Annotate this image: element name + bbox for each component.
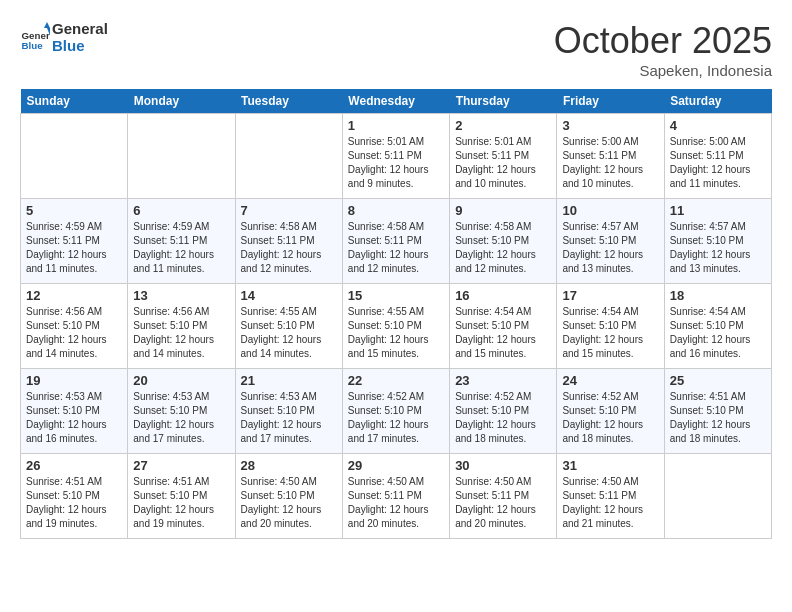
svg-text:General: General: [22, 30, 51, 41]
calendar-cell: 27Sunrise: 4:51 AM Sunset: 5:10 PM Dayli…: [128, 454, 235, 539]
day-info: Sunrise: 5:00 AM Sunset: 5:11 PM Dayligh…: [670, 135, 766, 191]
calendar-cell: [21, 114, 128, 199]
calendar-cell: 30Sunrise: 4:50 AM Sunset: 5:11 PM Dayli…: [450, 454, 557, 539]
day-info: Sunrise: 4:50 AM Sunset: 5:11 PM Dayligh…: [562, 475, 658, 531]
calendar-cell: 24Sunrise: 4:52 AM Sunset: 5:10 PM Dayli…: [557, 369, 664, 454]
location: Sapeken, Indonesia: [554, 62, 772, 79]
calendar-cell: 2Sunrise: 5:01 AM Sunset: 5:11 PM Daylig…: [450, 114, 557, 199]
page-header: General Blue General Blue October 2025 S…: [20, 20, 772, 79]
day-info: Sunrise: 4:54 AM Sunset: 5:10 PM Dayligh…: [670, 305, 766, 361]
calendar-cell: 18Sunrise: 4:54 AM Sunset: 5:10 PM Dayli…: [664, 284, 771, 369]
day-info: Sunrise: 4:59 AM Sunset: 5:11 PM Dayligh…: [133, 220, 229, 276]
day-info: Sunrise: 4:51 AM Sunset: 5:10 PM Dayligh…: [133, 475, 229, 531]
col-header-monday: Monday: [128, 89, 235, 114]
day-info: Sunrise: 4:55 AM Sunset: 5:10 PM Dayligh…: [241, 305, 337, 361]
day-number: 25: [670, 373, 766, 388]
calendar-cell: 12Sunrise: 4:56 AM Sunset: 5:10 PM Dayli…: [21, 284, 128, 369]
title-block: October 2025 Sapeken, Indonesia: [554, 20, 772, 79]
day-info: Sunrise: 4:51 AM Sunset: 5:10 PM Dayligh…: [670, 390, 766, 446]
day-info: Sunrise: 4:58 AM Sunset: 5:11 PM Dayligh…: [241, 220, 337, 276]
calendar-cell: 15Sunrise: 4:55 AM Sunset: 5:10 PM Dayli…: [342, 284, 449, 369]
day-number: 3: [562, 118, 658, 133]
day-info: Sunrise: 4:56 AM Sunset: 5:10 PM Dayligh…: [133, 305, 229, 361]
col-header-friday: Friday: [557, 89, 664, 114]
calendar-cell: 13Sunrise: 4:56 AM Sunset: 5:10 PM Dayli…: [128, 284, 235, 369]
day-number: 30: [455, 458, 551, 473]
calendar-table: SundayMondayTuesdayWednesdayThursdayFrid…: [20, 89, 772, 539]
col-header-thursday: Thursday: [450, 89, 557, 114]
day-info: Sunrise: 4:57 AM Sunset: 5:10 PM Dayligh…: [670, 220, 766, 276]
day-number: 20: [133, 373, 229, 388]
week-row-2: 5Sunrise: 4:59 AM Sunset: 5:11 PM Daylig…: [21, 199, 772, 284]
calendar-cell: [664, 454, 771, 539]
calendar-cell: 7Sunrise: 4:58 AM Sunset: 5:11 PM Daylig…: [235, 199, 342, 284]
day-info: Sunrise: 4:52 AM Sunset: 5:10 PM Dayligh…: [562, 390, 658, 446]
day-info: Sunrise: 4:53 AM Sunset: 5:10 PM Dayligh…: [26, 390, 122, 446]
day-number: 28: [241, 458, 337, 473]
calendar-cell: 23Sunrise: 4:52 AM Sunset: 5:10 PM Dayli…: [450, 369, 557, 454]
calendar-cell: 22Sunrise: 4:52 AM Sunset: 5:10 PM Dayli…: [342, 369, 449, 454]
col-header-wednesday: Wednesday: [342, 89, 449, 114]
day-info: Sunrise: 4:52 AM Sunset: 5:10 PM Dayligh…: [348, 390, 444, 446]
day-number: 17: [562, 288, 658, 303]
calendar-cell: 4Sunrise: 5:00 AM Sunset: 5:11 PM Daylig…: [664, 114, 771, 199]
calendar-cell: 6Sunrise: 4:59 AM Sunset: 5:11 PM Daylig…: [128, 199, 235, 284]
day-number: 18: [670, 288, 766, 303]
col-header-saturday: Saturday: [664, 89, 771, 114]
logo: General Blue General Blue: [20, 20, 108, 55]
day-number: 4: [670, 118, 766, 133]
calendar-cell: [235, 114, 342, 199]
day-number: 19: [26, 373, 122, 388]
day-number: 10: [562, 203, 658, 218]
calendar-cell: 29Sunrise: 4:50 AM Sunset: 5:11 PM Dayli…: [342, 454, 449, 539]
calendar-cell: 8Sunrise: 4:58 AM Sunset: 5:11 PM Daylig…: [342, 199, 449, 284]
day-info: Sunrise: 4:52 AM Sunset: 5:10 PM Dayligh…: [455, 390, 551, 446]
calendar-cell: 19Sunrise: 4:53 AM Sunset: 5:10 PM Dayli…: [21, 369, 128, 454]
day-number: 9: [455, 203, 551, 218]
day-info: Sunrise: 4:56 AM Sunset: 5:10 PM Dayligh…: [26, 305, 122, 361]
day-info: Sunrise: 4:54 AM Sunset: 5:10 PM Dayligh…: [455, 305, 551, 361]
col-header-tuesday: Tuesday: [235, 89, 342, 114]
logo-line2: Blue: [52, 37, 108, 54]
day-number: 21: [241, 373, 337, 388]
col-header-sunday: Sunday: [21, 89, 128, 114]
day-info: Sunrise: 4:58 AM Sunset: 5:11 PM Dayligh…: [348, 220, 444, 276]
day-info: Sunrise: 4:53 AM Sunset: 5:10 PM Dayligh…: [241, 390, 337, 446]
day-info: Sunrise: 4:55 AM Sunset: 5:10 PM Dayligh…: [348, 305, 444, 361]
day-info: Sunrise: 4:58 AM Sunset: 5:10 PM Dayligh…: [455, 220, 551, 276]
day-number: 26: [26, 458, 122, 473]
calendar-cell: 14Sunrise: 4:55 AM Sunset: 5:10 PM Dayli…: [235, 284, 342, 369]
day-number: 7: [241, 203, 337, 218]
calendar-cell: 9Sunrise: 4:58 AM Sunset: 5:10 PM Daylig…: [450, 199, 557, 284]
day-number: 2: [455, 118, 551, 133]
day-number: 22: [348, 373, 444, 388]
day-number: 1: [348, 118, 444, 133]
day-number: 8: [348, 203, 444, 218]
calendar-cell: 25Sunrise: 4:51 AM Sunset: 5:10 PM Dayli…: [664, 369, 771, 454]
day-number: 23: [455, 373, 551, 388]
day-number: 14: [241, 288, 337, 303]
day-info: Sunrise: 4:54 AM Sunset: 5:10 PM Dayligh…: [562, 305, 658, 361]
calendar-cell: 17Sunrise: 4:54 AM Sunset: 5:10 PM Dayli…: [557, 284, 664, 369]
week-row-1: 1Sunrise: 5:01 AM Sunset: 5:11 PM Daylig…: [21, 114, 772, 199]
day-info: Sunrise: 4:50 AM Sunset: 5:10 PM Dayligh…: [241, 475, 337, 531]
calendar-cell: 11Sunrise: 4:57 AM Sunset: 5:10 PM Dayli…: [664, 199, 771, 284]
day-number: 15: [348, 288, 444, 303]
day-number: 5: [26, 203, 122, 218]
day-number: 24: [562, 373, 658, 388]
day-number: 31: [562, 458, 658, 473]
day-info: Sunrise: 5:00 AM Sunset: 5:11 PM Dayligh…: [562, 135, 658, 191]
calendar-cell: 5Sunrise: 4:59 AM Sunset: 5:11 PM Daylig…: [21, 199, 128, 284]
month-title: October 2025: [554, 20, 772, 62]
calendar-cell: 3Sunrise: 5:00 AM Sunset: 5:11 PM Daylig…: [557, 114, 664, 199]
calendar-cell: 16Sunrise: 4:54 AM Sunset: 5:10 PM Dayli…: [450, 284, 557, 369]
day-info: Sunrise: 4:59 AM Sunset: 5:11 PM Dayligh…: [26, 220, 122, 276]
calendar-cell: 10Sunrise: 4:57 AM Sunset: 5:10 PM Dayli…: [557, 199, 664, 284]
day-info: Sunrise: 4:50 AM Sunset: 5:11 PM Dayligh…: [455, 475, 551, 531]
svg-text:Blue: Blue: [22, 40, 44, 51]
logo-line1: General: [52, 20, 108, 37]
calendar-cell: [128, 114, 235, 199]
day-number: 6: [133, 203, 229, 218]
calendar-cell: 26Sunrise: 4:51 AM Sunset: 5:10 PM Dayli…: [21, 454, 128, 539]
day-number: 13: [133, 288, 229, 303]
